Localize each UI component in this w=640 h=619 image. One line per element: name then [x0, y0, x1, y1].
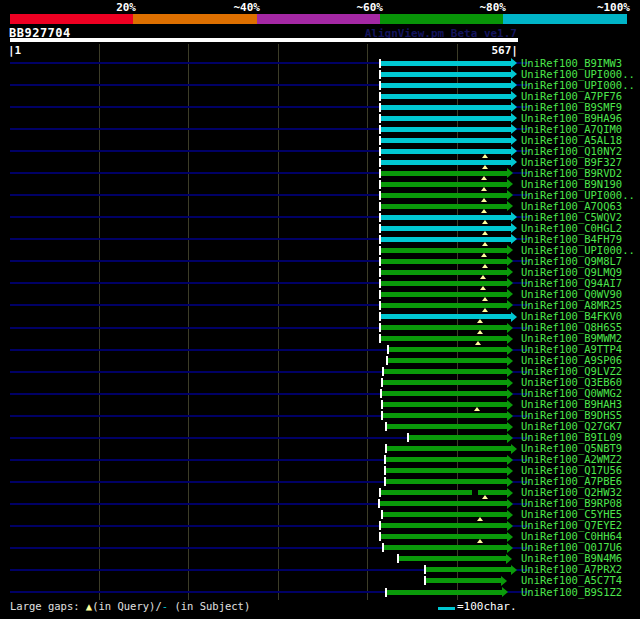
hit-bar[interactable]: [425, 578, 501, 583]
hit-start-tick: [379, 114, 381, 123]
hit-arrowhead: [507, 345, 513, 355]
hit-label[interactable]: UniRef100_A7PF76: [521, 91, 622, 102]
hit-arrowhead: [511, 102, 517, 112]
hit-bar[interactable]: [387, 358, 507, 363]
hit-start-tick: [379, 136, 381, 145]
query-gap-marker: [481, 176, 487, 180]
hit-bar[interactable]: [385, 468, 507, 473]
hit-label[interactable]: UniRef100_UPI000..: [521, 69, 635, 80]
hit-bar[interactable]: [380, 204, 508, 209]
hit-bar[interactable]: [380, 226, 511, 231]
hit-arrowhead: [507, 455, 513, 465]
query-bar: [10, 38, 518, 42]
hit-start-tick: [384, 466, 386, 475]
hit-label[interactable]: UniRef100_B9S1Z2: [521, 587, 622, 598]
hit-arrowhead: [511, 58, 517, 68]
hit-start-tick: [379, 246, 381, 255]
hit-start-tick: [381, 510, 383, 519]
hit-arrowhead: [507, 499, 513, 509]
hit-bar[interactable]: [380, 534, 508, 539]
hit-bar[interactable]: [382, 512, 508, 517]
hit-bar[interactable]: [382, 402, 508, 407]
hit-bar[interactable]: [385, 457, 507, 462]
hit-bar[interactable]: [386, 446, 511, 451]
hit-start-tick: [384, 455, 386, 464]
hit-arrowhead: [507, 367, 513, 377]
hit-arrowhead: [507, 400, 513, 410]
hit-bar[interactable]: [380, 138, 511, 143]
hit-arrowhead: [511, 80, 517, 90]
hit-label[interactable]: UniRef100_B9SMF9: [521, 102, 622, 113]
identity-scale-label: ~80%: [434, 1, 506, 14]
hit-bar[interactable]: [386, 590, 502, 595]
hit-arrowhead: [511, 124, 517, 134]
hit-bar[interactable]: [380, 105, 511, 110]
hit-bar[interactable]: [380, 83, 511, 88]
hit-bar[interactable]: [380, 303, 508, 308]
hit-arrowhead: [511, 212, 517, 222]
hit-bar[interactable]: [382, 380, 508, 385]
hit-start-tick: [379, 257, 381, 266]
hit-bar[interactable]: [380, 116, 511, 121]
hit-label[interactable]: UniRef100_A7QIM0: [521, 124, 622, 135]
hit-label[interactable]: UniRef100_UPI000..: [521, 80, 635, 91]
gaps-legend-prefix: Large gaps:: [10, 600, 86, 612]
hit-bar[interactable]: [388, 347, 507, 352]
hit-bar[interactable]: [380, 281, 508, 286]
hit-bar[interactable]: [380, 523, 508, 528]
hit-arrowhead: [507, 289, 513, 299]
hit-arrowhead: [507, 543, 513, 553]
hit-bar[interactable]: [380, 292, 508, 297]
hit-start-tick: [379, 59, 381, 68]
identity-scale-segment: [10, 14, 133, 24]
hit-label[interactable]: UniRef100_B9IMW3: [521, 58, 622, 69]
hit-bar[interactable]: [380, 72, 511, 77]
hit-arrowhead: [507, 521, 513, 531]
hit-arrowhead: [507, 510, 513, 520]
hit-bar[interactable]: [408, 435, 508, 440]
hit-arrowhead: [511, 312, 517, 322]
hit-label[interactable]: UniRef100_A5C7T4: [521, 575, 622, 586]
query-gap-marker: [477, 330, 483, 334]
hit-start-tick: [379, 532, 381, 541]
hit-bar[interactable]: [398, 556, 506, 561]
hit-bar[interactable]: [380, 259, 508, 264]
hit-arrowhead: [511, 223, 517, 233]
hit-bar[interactable]: [380, 171, 508, 176]
hit-bar[interactable]: [380, 248, 508, 253]
query-gap-marker: [482, 165, 488, 169]
hit-label[interactable]: UniRef100_A5AL18: [521, 135, 622, 146]
hit-start-tick: [379, 92, 381, 101]
hit-bar[interactable]: [381, 391, 508, 396]
hit-bar[interactable]: [380, 149, 511, 154]
hit-bar[interactable]: [382, 413, 508, 418]
query-gap-marker: [481, 198, 487, 202]
hit-bar[interactable]: [380, 336, 508, 341]
ruler-end-label: 567|: [430, 44, 518, 57]
hit-bar[interactable]: [383, 369, 508, 374]
hit-arrowhead: [511, 157, 517, 167]
gaps-legend-suffix: (in Subject): [168, 600, 250, 612]
hit-bar[interactable]: [380, 314, 511, 319]
hit-start-tick: [397, 554, 399, 563]
hit-bar[interactable]: [385, 479, 507, 484]
hit-label[interactable]: UniRef100_B9HA96: [521, 113, 622, 124]
hit-bar[interactable]: [379, 501, 507, 506]
hit-bar[interactable]: [380, 182, 508, 187]
hit-bar[interactable]: [380, 193, 508, 198]
hit-bar[interactable]: [380, 325, 508, 330]
hit-bar[interactable]: [380, 490, 508, 495]
hit-bar[interactable]: [380, 215, 511, 220]
hit-bar[interactable]: [386, 424, 507, 429]
hit-bar[interactable]: [425, 567, 511, 572]
hit-start-tick: [379, 224, 381, 233]
hit-start-tick: [379, 235, 381, 244]
hit-bar[interactable]: [380, 160, 511, 165]
hit-bar[interactable]: [380, 237, 511, 242]
hit-arrowhead: [507, 300, 513, 310]
hit-bar[interactable]: [383, 545, 508, 550]
hit-bar[interactable]: [380, 94, 511, 99]
hit-bar[interactable]: [380, 61, 511, 66]
hit-bar[interactable]: [380, 127, 511, 132]
hit-bar[interactable]: [380, 270, 508, 275]
